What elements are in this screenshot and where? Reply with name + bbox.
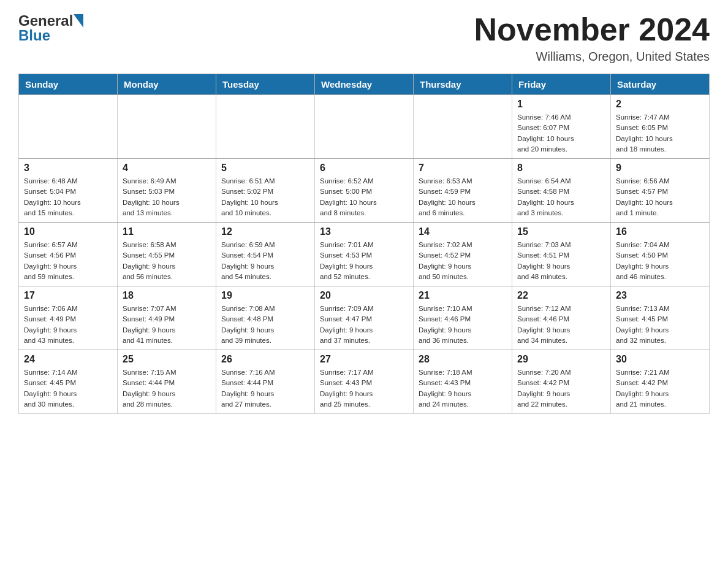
day-info: Sunrise: 7:18 AMSunset: 4:43 PMDaylight:… [419,367,507,410]
calendar-header-row: Sunday Monday Tuesday Wednesday Thursday… [19,74,710,95]
table-row: 2Sunrise: 7:47 AMSunset: 6:05 PMDaylight… [611,95,710,159]
day-number: 20 [320,290,408,301]
day-number: 26 [221,354,309,365]
day-number: 5 [221,163,309,174]
calendar-week-row: 10Sunrise: 6:57 AMSunset: 4:56 PMDayligh… [19,223,710,286]
day-number: 12 [221,226,309,237]
day-number: 4 [123,163,211,174]
header-friday: Friday [512,74,611,95]
table-row [315,95,414,159]
table-row: 30Sunrise: 7:21 AMSunset: 4:42 PMDayligh… [611,350,710,414]
day-info: Sunrise: 7:10 AMSunset: 4:46 PMDaylight:… [419,304,507,346]
header-tuesday: Tuesday [216,74,315,95]
day-number: 30 [616,354,704,365]
day-number: 11 [123,226,211,237]
day-number: 6 [320,163,408,174]
day-number: 15 [517,226,605,237]
day-number: 9 [616,163,704,174]
calendar-week-row: 17Sunrise: 7:06 AMSunset: 4:49 PMDayligh… [19,286,710,350]
day-info: Sunrise: 7:07 AMSunset: 4:49 PMDaylight:… [123,304,211,346]
table-row: 7Sunrise: 6:53 AMSunset: 4:59 PMDaylight… [414,159,512,223]
day-info: Sunrise: 6:59 AMSunset: 4:54 PMDaylight:… [221,240,309,282]
table-row: 1Sunrise: 7:46 AMSunset: 6:07 PMDaylight… [512,95,611,159]
header-wednesday: Wednesday [315,74,414,95]
table-row: 3Sunrise: 6:48 AMSunset: 5:04 PMDaylight… [19,159,118,223]
day-number: 16 [616,226,704,237]
day-info: Sunrise: 7:20 AMSunset: 4:42 PMDaylight:… [517,367,605,410]
day-info: Sunrise: 6:58 AMSunset: 4:55 PMDaylight:… [123,240,211,282]
day-number: 29 [517,354,605,365]
calendar-week-row: 24Sunrise: 7:14 AMSunset: 4:45 PMDayligh… [19,350,710,414]
table-row [216,95,315,159]
day-number: 24 [24,354,112,365]
table-row: 23Sunrise: 7:13 AMSunset: 4:45 PMDayligh… [611,286,710,350]
day-info: Sunrise: 7:08 AMSunset: 4:48 PMDaylight:… [221,304,309,346]
day-number: 14 [419,226,507,237]
day-info: Sunrise: 7:21 AMSunset: 4:42 PMDaylight:… [616,367,704,410]
day-info: Sunrise: 7:09 AMSunset: 4:47 PMDaylight:… [320,304,408,346]
calendar-week-row: 3Sunrise: 6:48 AMSunset: 5:04 PMDaylight… [19,159,710,223]
table-row: 16Sunrise: 7:04 AMSunset: 4:50 PMDayligh… [611,223,710,286]
day-number: 22 [517,290,605,301]
table-row: 5Sunrise: 6:51 AMSunset: 5:02 PMDaylight… [216,159,315,223]
day-info: Sunrise: 6:53 AMSunset: 4:59 PMDaylight:… [419,176,507,218]
day-info: Sunrise: 7:01 AMSunset: 4:53 PMDaylight:… [320,240,408,282]
logo: General Blue [18,12,83,44]
table-row [118,95,216,159]
day-info: Sunrise: 7:13 AMSunset: 4:45 PMDaylight:… [616,304,704,346]
header-saturday: Saturday [611,74,710,95]
day-number: 3 [24,163,112,174]
day-info: Sunrise: 6:52 AMSunset: 5:00 PMDaylight:… [320,176,408,218]
title-area: November 2024 Williams, Oregon, United S… [474,12,710,64]
day-number: 17 [24,290,112,301]
table-row: 20Sunrise: 7:09 AMSunset: 4:47 PMDayligh… [315,286,414,350]
day-number: 13 [320,226,408,237]
table-row: 26Sunrise: 7:16 AMSunset: 4:44 PMDayligh… [216,350,315,414]
table-row: 28Sunrise: 7:18 AMSunset: 4:43 PMDayligh… [414,350,512,414]
calendar-table: Sunday Monday Tuesday Wednesday Thursday… [18,74,710,414]
day-info: Sunrise: 7:03 AMSunset: 4:51 PMDaylight:… [517,240,605,282]
table-row [19,95,118,159]
day-info: Sunrise: 7:17 AMSunset: 4:43 PMDaylight:… [320,367,408,410]
day-info: Sunrise: 7:12 AMSunset: 4:46 PMDaylight:… [517,304,605,346]
header-monday: Monday [118,74,216,95]
day-info: Sunrise: 6:48 AMSunset: 5:04 PMDaylight:… [24,176,112,218]
day-info: Sunrise: 7:15 AMSunset: 4:44 PMDaylight:… [123,367,211,410]
table-row: 17Sunrise: 7:06 AMSunset: 4:49 PMDayligh… [19,286,118,350]
day-number: 25 [123,354,211,365]
day-number: 27 [320,354,408,365]
table-row: 27Sunrise: 7:17 AMSunset: 4:43 PMDayligh… [315,350,414,414]
day-info: Sunrise: 7:46 AMSunset: 6:07 PMDaylight:… [517,112,605,155]
table-row: 12Sunrise: 6:59 AMSunset: 4:54 PMDayligh… [216,223,315,286]
day-info: Sunrise: 6:51 AMSunset: 5:02 PMDaylight:… [221,176,309,218]
day-info: Sunrise: 6:54 AMSunset: 4:58 PMDaylight:… [517,176,605,218]
calendar-week-row: 1Sunrise: 7:46 AMSunset: 6:07 PMDaylight… [19,95,710,159]
table-row: 18Sunrise: 7:07 AMSunset: 4:49 PMDayligh… [118,286,216,350]
day-number: 19 [221,290,309,301]
day-info: Sunrise: 7:14 AMSunset: 4:45 PMDaylight:… [24,367,112,410]
table-row: 11Sunrise: 6:58 AMSunset: 4:55 PMDayligh… [118,223,216,286]
day-info: Sunrise: 7:02 AMSunset: 4:52 PMDaylight:… [419,240,507,282]
table-row [414,95,512,159]
table-row: 6Sunrise: 6:52 AMSunset: 5:00 PMDaylight… [315,159,414,223]
logo-triangle-icon [74,14,83,28]
day-number: 21 [419,290,507,301]
day-info: Sunrise: 7:16 AMSunset: 4:44 PMDaylight:… [221,367,309,410]
table-row: 29Sunrise: 7:20 AMSunset: 4:42 PMDayligh… [512,350,611,414]
header-thursday: Thursday [414,74,512,95]
table-row: 13Sunrise: 7:01 AMSunset: 4:53 PMDayligh… [315,223,414,286]
table-row: 25Sunrise: 7:15 AMSunset: 4:44 PMDayligh… [118,350,216,414]
day-number: 10 [24,226,112,237]
day-info: Sunrise: 6:56 AMSunset: 4:57 PMDaylight:… [616,176,704,218]
day-number: 7 [419,163,507,174]
month-title: November 2024 [474,12,710,47]
location: Williams, Oregon, United States [474,50,710,64]
table-row: 8Sunrise: 6:54 AMSunset: 4:58 PMDaylight… [512,159,611,223]
table-row: 14Sunrise: 7:02 AMSunset: 4:52 PMDayligh… [414,223,512,286]
table-row: 21Sunrise: 7:10 AMSunset: 4:46 PMDayligh… [414,286,512,350]
table-row: 15Sunrise: 7:03 AMSunset: 4:51 PMDayligh… [512,223,611,286]
day-info: Sunrise: 7:06 AMSunset: 4:49 PMDaylight:… [24,304,112,346]
day-number: 23 [616,290,704,301]
day-info: Sunrise: 6:49 AMSunset: 5:03 PMDaylight:… [123,176,211,218]
table-row: 19Sunrise: 7:08 AMSunset: 4:48 PMDayligh… [216,286,315,350]
